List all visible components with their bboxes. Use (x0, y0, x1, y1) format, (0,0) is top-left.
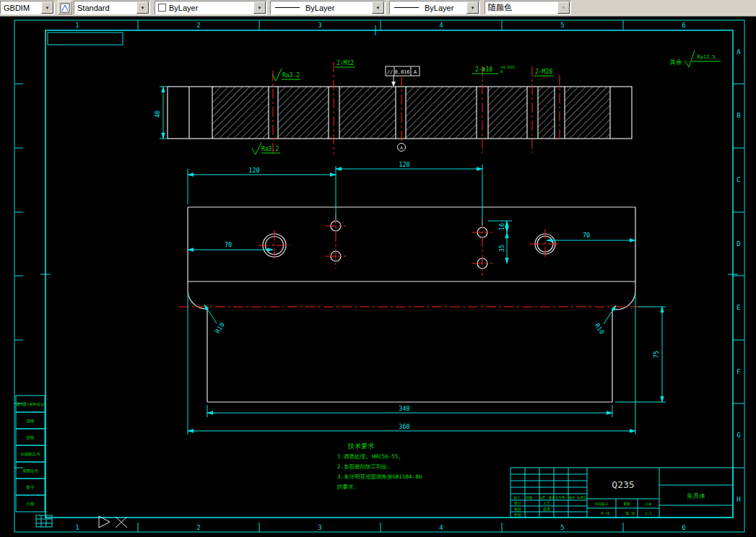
col-label: 1 (75, 524, 79, 531)
lineweight-sample-icon (394, 7, 419, 8)
color-swatch (158, 4, 166, 12)
plan-centerlines (179, 214, 644, 307)
fcf-datum: A (414, 69, 417, 75)
part-name: 夹具体 (687, 492, 705, 499)
color-combo[interactable]: ByLayer ▼ (155, 1, 267, 14)
sig-label: 设计 (513, 501, 521, 505)
row-label: F (737, 368, 740, 375)
text-style-value: Standard (74, 4, 136, 12)
attachment-frame (48, 32, 123, 45)
sig-label: 工艺 (543, 501, 550, 505)
text-style-dropdown-arrow[interactable]: ▼ (136, 1, 149, 14)
dim-width-outer: 360 (399, 423, 409, 430)
color-dropdown-arrow[interactable]: ▼ (253, 1, 266, 14)
margin-field-table: 借(通)用件登记 描图 描校 旧底图总号 底图总号 签字 日期 (16, 396, 45, 512)
rev-header: 标记 (513, 495, 521, 500)
linetype-dropdown-arrow[interactable]: ▼ (372, 1, 384, 14)
tech-line: 1.调质处理, HRC50-55, (337, 453, 401, 460)
linetype-combo[interactable]: ByLayer ▼ (270, 1, 386, 14)
fcf-symbol: // (387, 69, 393, 75)
margin-field: 借(通)用件登记 (16, 401, 45, 407)
col-label: 4 (439, 524, 443, 531)
text-style-combo[interactable]: Standard ▼ (74, 1, 150, 14)
color-value: ByLayer (166, 4, 253, 12)
sheet-total: 共 张 (600, 511, 609, 516)
weight-label: 重量 (624, 502, 631, 506)
default-surface-note: 其余 Ra12.5 (670, 51, 721, 67)
margin-field: 日期 (27, 502, 35, 507)
datum-symbol: A (398, 144, 406, 152)
sheet-number: 第 张 (625, 511, 635, 516)
row-label: A (737, 48, 741, 56)
tech-requirements: 技术要求 1.调质处理, HRC50-55, 2.各面磨削加工到位. 3.未注明… (337, 442, 422, 490)
dim-pitch-right: 120 (399, 161, 409, 168)
tech-line: 2.各面磨削加工到位. (337, 463, 391, 470)
stage-label: 阶段标记 (595, 502, 609, 507)
thread-left-label: 2-M12 (336, 60, 354, 66)
text-style-button[interactable] (58, 1, 72, 14)
surface-finish-icon (272, 69, 282, 81)
lineweight-combo[interactable]: ByLayer ▼ (389, 1, 480, 14)
col-label: 2 (196, 524, 200, 531)
row-label: E (737, 304, 740, 311)
rest-ra-value: Ra12.5 (697, 54, 715, 60)
col-label: 1 (75, 22, 79, 29)
fcf-tolerance: 0.016 (394, 69, 409, 75)
material-spec: Q235 (612, 479, 634, 490)
col-label: 5 (560, 22, 564, 29)
dim-edge-right: 70 (583, 232, 590, 239)
x-marker-icon (116, 517, 127, 528)
ra-top-label: Ra3.2 (282, 72, 300, 79)
row-label: D (737, 240, 740, 248)
row-label: G (737, 432, 740, 439)
col-label: 5 (560, 524, 564, 531)
thread-right-label: 2-M20 (535, 69, 552, 75)
sig-label: 审核 (514, 512, 521, 517)
lineweight-value: ByLayer (422, 4, 466, 12)
linetype-sample-icon (275, 7, 300, 8)
margin-field: 签字 (27, 485, 35, 490)
col-label: 4 (439, 22, 443, 29)
dim-offset-large: 35 (498, 245, 505, 252)
datum-label: A (400, 145, 403, 150)
holes-label: 2-Φ10 (475, 66, 492, 73)
dim-height: 40 (154, 110, 161, 118)
rev-header: 年月日 (577, 496, 587, 499)
tech-title: 技术要求 (347, 442, 374, 450)
margin-field: 描图 (27, 419, 35, 424)
col-label: 6 (682, 22, 685, 29)
dim-pitch-left: 120 (248, 167, 259, 174)
lineweight-dropdown-arrow[interactable]: ▼ (466, 1, 479, 14)
margin-field: 底图总号 (22, 468, 39, 473)
dim-style-value: GBDIM (1, 4, 41, 12)
rev-header: 签名 (569, 496, 575, 499)
scale-label: 比例 (646, 502, 653, 507)
drawing-canvas[interactable]: 1 2 3 4 5 6 1 2 3 4 5 6 A B C D E F G H … (0, 0, 756, 537)
properties-toolbar: GBDIM ▼ Standard ▼ ByLayer ▼ ByLayer ▼ B… (0, 0, 756, 17)
plan-dim-texts: 120 120 70 70 16 35 75 340 360 R10 R10 (214, 161, 660, 430)
holes-tol-lower: 0 (500, 69, 503, 74)
margin-field: 描校 (27, 435, 35, 440)
dim-style-dropdown-arrow[interactable]: ▼ (41, 1, 53, 14)
feature-control-frame: // 0.016 A (386, 66, 420, 87)
ra-bottom-label: Ra3.2 (261, 146, 279, 152)
plan-dim-lines (188, 165, 666, 435)
cad-window: 1 2 3 4 5 6 1 2 3 4 5 6 A B C D E F G H … (0, 0, 756, 537)
text-style-icon (60, 3, 70, 13)
plot-style-combo: 随颜色 ▼ (485, 1, 571, 14)
dim-width-inner: 340 (399, 405, 409, 412)
col-label: 6 (682, 524, 685, 531)
linetype-value: ByLayer (303, 4, 372, 12)
margin-field: 旧底图总号 (20, 452, 40, 457)
dim-edge-left: 70 (225, 241, 232, 248)
tech-line: 3.未注明基准面倒角按GB1184-80 (337, 473, 422, 480)
sig-label: 校对 (513, 507, 521, 511)
col-label: 3 (318, 524, 321, 531)
surface-finish-icon (252, 142, 261, 154)
sig-label: 批准 (543, 507, 550, 512)
dim-style-combo[interactable]: GBDIM ▼ (0, 1, 55, 14)
plot-style-dropdown-arrow: ▼ (557, 1, 570, 14)
scale-value: 1:1 (645, 511, 651, 515)
row-label: B (737, 112, 740, 119)
row-label: H (737, 496, 740, 503)
